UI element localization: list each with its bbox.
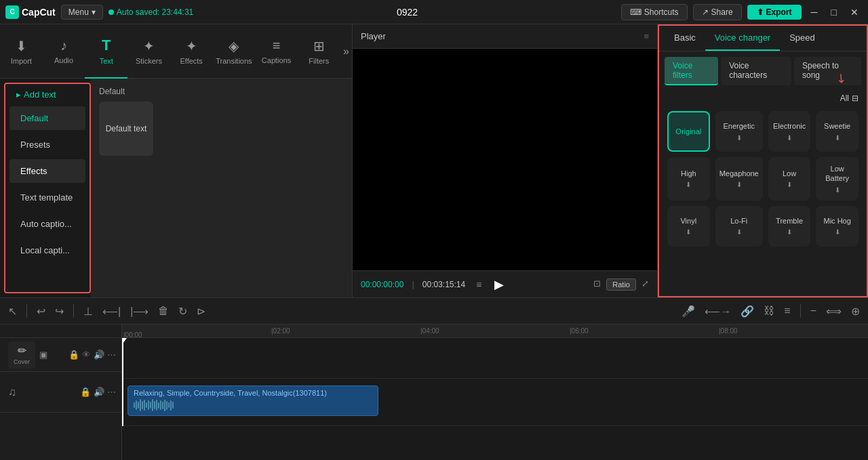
toolbar-filters[interactable]: ⊞ Filters <box>298 24 340 79</box>
voice-filter-energetic[interactable]: Energetic ⬇ <box>715 111 763 152</box>
audio-waveform <box>134 398 372 412</box>
link-button[interactable]: 🔗 <box>738 302 757 320</box>
more-icon[interactable]: ⋯ <box>107 387 116 397</box>
more-icon[interactable]: ⋯ <box>107 350 116 360</box>
expand-icon[interactable]: ⤢ <box>642 278 649 291</box>
stickers-label: Stickers <box>136 57 162 65</box>
fit-zoom-button[interactable]: ⟺ <box>823 302 844 320</box>
toolbar-audio[interactable]: ♪ Audio <box>43 24 85 79</box>
shortcuts-button[interactable]: ⌨ Shortcuts <box>621 4 688 20</box>
export-button[interactable]: ⬆ Export <box>747 5 802 20</box>
player-menu-icon[interactable]: ≡ <box>644 31 649 41</box>
chain-button[interactable]: ⛓ <box>761 302 777 320</box>
lock-icon[interactable]: 🔒 <box>68 350 79 360</box>
mic-button[interactable]: 🎤 <box>679 302 698 320</box>
voice-filter-sweetie[interactable]: Sweetie ⬇ <box>816 111 859 152</box>
ratio-button[interactable]: Ratio <box>606 278 636 291</box>
download-icon: ⬇ <box>835 134 840 142</box>
tab-voice-changer[interactable]: Voice changer <box>705 26 780 51</box>
voice-filter-lofi[interactable]: Lo-Fi ⬇ <box>715 206 763 247</box>
delete-button[interactable]: 🗑 <box>155 302 172 320</box>
toolbar-text[interactable]: T Text <box>85 24 127 79</box>
sidebar-item-effects[interactable]: Effects <box>9 159 85 183</box>
transitions-label: Transitions <box>216 57 252 65</box>
sub-tabs: Voice filters Voice characters Speech to… <box>659 51 867 88</box>
visibility-icon[interactable]: 👁 <box>82 350 91 360</box>
default-text-card[interactable]: Default text <box>99 102 153 156</box>
divider <box>73 304 74 318</box>
menu-button[interactable]: Menu ▾ <box>61 5 103 20</box>
undo-button[interactable]: ↩ <box>34 302 48 320</box>
redo-button[interactable]: ↪ <box>52 302 66 320</box>
maximize-button[interactable]: □ <box>827 5 841 19</box>
lock-icon[interactable]: 🔒 <box>80 387 91 397</box>
logo: C CapCut <box>5 5 56 19</box>
sidebar-item-local-caption[interactable]: Local capti... <box>9 238 85 262</box>
zoom-in-button[interactable]: ⊕ <box>848 302 863 320</box>
cover-button[interactable]: ✏ Cover <box>8 341 35 369</box>
snap-button[interactable]: ⟵→ <box>702 302 734 320</box>
sidebar-item-default[interactable]: Default <box>9 106 85 130</box>
audio-clip[interactable]: Relaxing, Simple, Countryside, Travel, N… <box>127 385 378 416</box>
voice-filter-original[interactable]: Original <box>667 111 710 152</box>
sub-tab-voice-characters[interactable]: Voice characters <box>721 57 791 85</box>
voice-filter-mic-hog[interactable]: Mic Hog ⬇ <box>816 206 859 247</box>
tab-basic[interactable]: Basic <box>665 26 705 51</box>
split-button[interactable]: ⊥ <box>81 302 96 320</box>
share-button[interactable]: ↗ Share <box>693 4 742 20</box>
sidebar-item-presets[interactable]: Presets <box>9 133 85 156</box>
toolbar-more[interactable]: » <box>340 24 352 79</box>
time-current: 00:00:00:00 <box>361 280 403 289</box>
toolbar-stickers[interactable]: ✦ Stickers <box>127 24 170 79</box>
volume-icon[interactable]: 🔊 <box>94 350 104 360</box>
wave-bar <box>134 402 135 408</box>
voice-filter-electronic[interactable]: Electronic ⬇ <box>768 111 811 152</box>
sidebar-item-auto-caption[interactable]: Auto captio... <box>9 212 85 236</box>
toolbar-captions[interactable]: ≡ Captions <box>255 24 298 79</box>
zoom-out-button[interactable]: − <box>808 302 819 320</box>
ruler-marker-2: |02:00 <box>271 327 290 335</box>
toolbar-import[interactable]: ⬇ Import <box>0 24 43 79</box>
play-button[interactable]: ▶ <box>490 275 509 294</box>
ruler-marker-8: |08:00 <box>719 327 738 335</box>
voice-filter-low-battery[interactable]: Low Battery ⬇ <box>816 157 859 201</box>
all-filter-button[interactable]: All ⊟ <box>840 93 859 103</box>
voice-filter-tremble[interactable]: Tremble ⬇ <box>768 206 811 247</box>
toolbar-effects[interactable]: ✦ Effects <box>170 24 213 79</box>
top-bar: C CapCut Menu ▾ Auto saved: 23:44:31 092… <box>0 0 868 24</box>
select-tool-button[interactable]: ↖ <box>5 302 20 320</box>
audio-track-header: ♫ 🔒 🔊 ⋯ <box>0 372 121 413</box>
add-text-header[interactable]: ▸ Add text <box>5 84 90 105</box>
voice-filter-low[interactable]: Low ⬇ <box>768 157 811 201</box>
align-left-button[interactable]: ⟵| <box>100 302 123 320</box>
voice-filter-megaphone[interactable]: Megaphone ⬇ <box>715 157 763 201</box>
time-separator: | <box>412 279 414 289</box>
player-right-controls: ⊡ Ratio ⤢ <box>593 278 649 291</box>
voice-filter-high[interactable]: High ⬇ <box>667 157 710 201</box>
fullscreen-preview-icon[interactable]: ⊡ <box>593 278 601 291</box>
align-right-button[interactable]: |⟶ <box>127 302 151 320</box>
toolbar-transitions[interactable]: ◈ Transitions <box>213 24 256 79</box>
share-icon: ↗ <box>702 7 709 17</box>
sub-tab-speech-to-song[interactable]: Speech to song <box>794 57 861 85</box>
list-icon[interactable]: ≡ <box>476 279 481 290</box>
wave-bar <box>170 400 172 411</box>
timeline-toolbar: ↖ ↩ ↪ ⊥ ⟵| |⟶ 🗑 ↻ ⊳ 🎤 ⟵→ 🔗 ⛓ ≡ − ⟺ ⊕ <box>0 297 868 325</box>
voice-filter-vinyl[interactable]: Vinyl ⬇ <box>667 206 710 247</box>
track-button[interactable]: ≡ <box>781 302 793 320</box>
loop-button[interactable]: ↻ <box>176 302 190 320</box>
voice-filter-name: Tremble <box>776 216 803 226</box>
player-title: Player <box>361 31 386 41</box>
volume-icon[interactable]: 🔊 <box>94 387 104 397</box>
sidebar-item-text-template[interactable]: Text template <box>9 186 85 209</box>
download-icon: ⬇ <box>835 228 840 236</box>
tab-speed[interactable]: Speed <box>780 26 825 51</box>
cover-icon: ✏ <box>18 344 26 357</box>
minimize-button[interactable]: ─ <box>807 5 822 19</box>
close-button[interactable]: ✕ <box>846 5 863 19</box>
mirror-button[interactable]: ⊳ <box>194 302 208 320</box>
add-text-label: Add text <box>24 89 56 100</box>
sub-tab-voice-filters[interactable]: Voice filters <box>665 57 718 85</box>
time-total: 00:03:15:14 <box>422 280 465 289</box>
export-icon: ⬆ <box>757 7 764 17</box>
